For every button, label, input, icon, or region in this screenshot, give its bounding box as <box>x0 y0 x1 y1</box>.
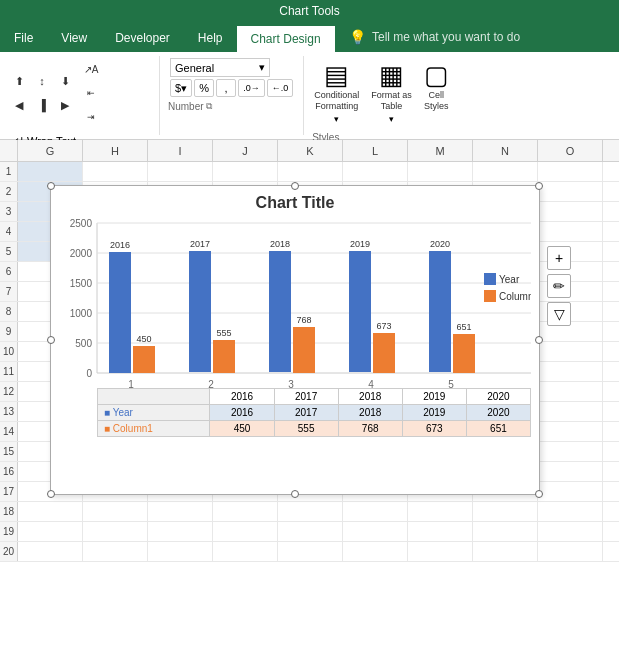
style-btn-0[interactable]: ▤ConditionalFormatting▾ <box>312 60 361 126</box>
percent-btn[interactable]: % <box>194 79 214 97</box>
cell-G20[interactable] <box>18 542 83 561</box>
decrease-decimal-btn[interactable]: ←.0 <box>267 79 294 97</box>
cell-P9[interactable] <box>603 322 619 341</box>
cell-P10[interactable] <box>603 342 619 361</box>
cell-P2[interactable] <box>603 182 619 201</box>
chart-title[interactable]: Chart Title <box>59 194 531 212</box>
cell-O16[interactable] <box>538 462 603 481</box>
cell-I20[interactable] <box>148 542 213 561</box>
cell-N20[interactable] <box>473 542 538 561</box>
align-right-btn[interactable]: ▶ <box>54 94 76 116</box>
cell-M18[interactable] <box>408 502 473 521</box>
cell-O14[interactable] <box>538 422 603 441</box>
cell-P20[interactable] <box>603 542 619 561</box>
cell-P15[interactable] <box>603 442 619 461</box>
cell-P5[interactable] <box>603 242 619 261</box>
cell-K1[interactable] <box>278 162 343 181</box>
tell-me-bar[interactable]: 💡 Tell me what you want to do <box>339 22 619 52</box>
cell-I1[interactable] <box>148 162 213 181</box>
cell-H20[interactable] <box>83 542 148 561</box>
cell-O18[interactable] <box>538 502 603 521</box>
cell-N19[interactable] <box>473 522 538 541</box>
chart-filter-btn[interactable]: ▽ <box>547 302 571 326</box>
handle-ml[interactable] <box>47 336 55 344</box>
cell-M20[interactable] <box>408 542 473 561</box>
number-expand-icon[interactable]: ⧉ <box>206 101 212 112</box>
cell-J20[interactable] <box>213 542 278 561</box>
cell-L19[interactable] <box>343 522 408 541</box>
cell-O15[interactable] <box>538 442 603 461</box>
cell-P18[interactable] <box>603 502 619 521</box>
cell-P8[interactable] <box>603 302 619 321</box>
cell-O20[interactable] <box>538 542 603 561</box>
cell-J19[interactable] <box>213 522 278 541</box>
align-middle-btn[interactable]: ↕ <box>31 70 53 92</box>
tab-file[interactable]: File <box>0 24 47 52</box>
cell-P6[interactable] <box>603 262 619 281</box>
cell-J1[interactable] <box>213 162 278 181</box>
cell-O3[interactable] <box>538 202 603 221</box>
cell-O1[interactable] <box>538 162 603 181</box>
cell-O10[interactable] <box>538 342 603 361</box>
cell-P14[interactable] <box>603 422 619 441</box>
cell-P3[interactable] <box>603 202 619 221</box>
cell-G18[interactable] <box>18 502 83 521</box>
cell-P11[interactable] <box>603 362 619 381</box>
style-dropdown-icon-1[interactable]: ▾ <box>389 114 394 124</box>
style-btn-2[interactable]: ▢CellStyles <box>422 60 451 114</box>
chart-container[interactable]: Chart Title 2500 2000 1500 1000 500 0 20… <box>50 185 540 495</box>
handle-tl[interactable] <box>47 182 55 190</box>
chart-style-btn[interactable]: ✏ <box>547 274 571 298</box>
cell-P19[interactable] <box>603 522 619 541</box>
add-chart-element-btn[interactable]: + <box>547 246 571 270</box>
handle-tr[interactable] <box>535 182 543 190</box>
cell-P13[interactable] <box>603 402 619 421</box>
cell-O11[interactable] <box>538 362 603 381</box>
cell-K18[interactable] <box>278 502 343 521</box>
align-top-btn[interactable]: ⬆ <box>8 70 30 92</box>
cell-O4[interactable] <box>538 222 603 241</box>
cell-P17[interactable] <box>603 482 619 501</box>
cell-P1[interactable] <box>603 162 619 181</box>
handle-tm[interactable] <box>291 182 299 190</box>
cell-I18[interactable] <box>148 502 213 521</box>
cell-K19[interactable] <box>278 522 343 541</box>
cell-M19[interactable] <box>408 522 473 541</box>
cell-J18[interactable] <box>213 502 278 521</box>
cell-P7[interactable] <box>603 282 619 301</box>
cell-P4[interactable] <box>603 222 619 241</box>
tab-chart-design[interactable]: Chart Design <box>237 24 335 52</box>
handle-bm[interactable] <box>291 490 299 498</box>
cell-L20[interactable] <box>343 542 408 561</box>
cell-H18[interactable] <box>83 502 148 521</box>
handle-bl[interactable] <box>47 490 55 498</box>
handle-mr[interactable] <box>535 336 543 344</box>
cell-I19[interactable] <box>148 522 213 541</box>
cell-G19[interactable] <box>18 522 83 541</box>
style-dropdown-icon-0[interactable]: ▾ <box>334 114 339 124</box>
number-format-dropdown[interactable]: General ▾ <box>170 58 270 77</box>
cell-L1[interactable] <box>343 162 408 181</box>
orientation-btn[interactable]: ↗A <box>80 58 102 80</box>
style-btn-1[interactable]: ▦Format asTable▾ <box>369 60 414 126</box>
align-center-btn[interactable]: ▐ <box>31 94 53 116</box>
cell-O19[interactable] <box>538 522 603 541</box>
cell-O2[interactable] <box>538 182 603 201</box>
cell-O13[interactable] <box>538 402 603 421</box>
align-bottom-btn[interactable]: ⬇ <box>54 70 76 92</box>
indent-decrease-btn[interactable]: ⇤ <box>80 82 102 104</box>
cell-L18[interactable] <box>343 502 408 521</box>
cell-P12[interactable] <box>603 382 619 401</box>
cell-O12[interactable] <box>538 382 603 401</box>
tab-developer[interactable]: Developer <box>101 24 184 52</box>
currency-btn[interactable]: $▾ <box>170 79 192 97</box>
align-left-btn[interactable]: ◀ <box>8 94 30 116</box>
comma-btn[interactable]: , <box>216 79 236 97</box>
indent-increase-btn[interactable]: ⇥ <box>80 106 102 128</box>
tab-help[interactable]: Help <box>184 24 237 52</box>
cell-G1[interactable] <box>18 162 83 181</box>
cell-N1[interactable] <box>473 162 538 181</box>
cell-O17[interactable] <box>538 482 603 501</box>
cell-P16[interactable] <box>603 462 619 481</box>
cell-M1[interactable] <box>408 162 473 181</box>
